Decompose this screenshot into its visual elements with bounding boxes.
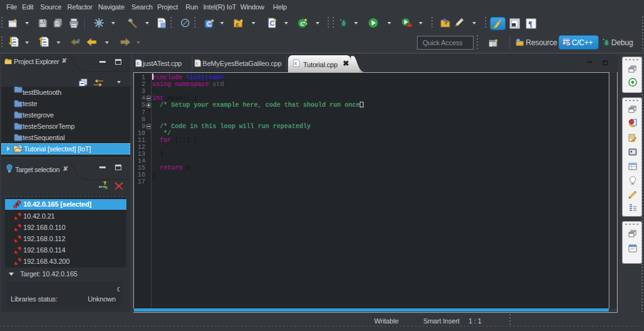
svg-text:C: C (270, 20, 274, 27)
svg-text:C: C (301, 21, 305, 27)
svg-text:C: C (19, 145, 22, 149)
svg-text:C: C (207, 21, 211, 28)
svg-text:¶: ¶ (528, 19, 532, 28)
svg-text:c: c (295, 61, 297, 65)
svg-text:c: c (236, 21, 239, 28)
svg-text:c: c (137, 61, 140, 65)
svg-text:c: c (196, 61, 199, 65)
svg-text:C: C (567, 41, 571, 47)
